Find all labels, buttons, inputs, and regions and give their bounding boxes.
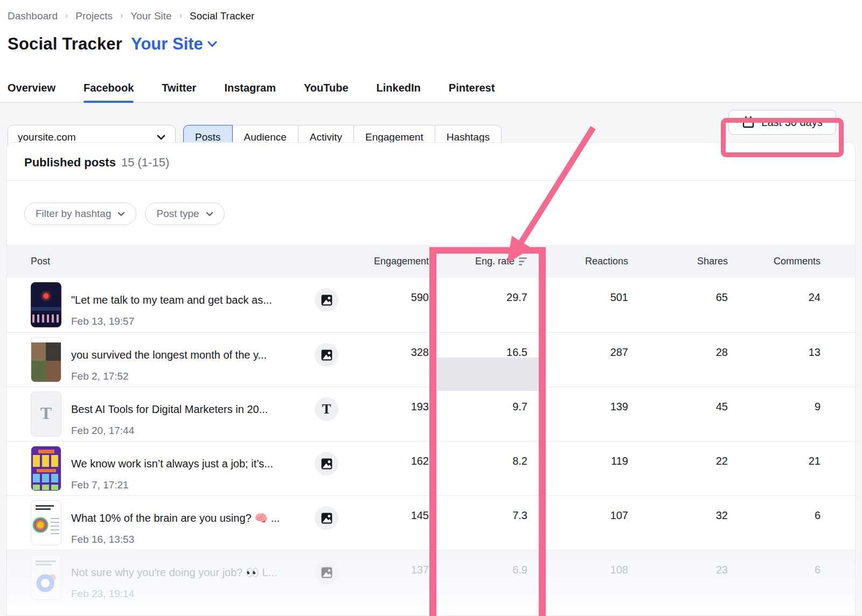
page-title: Social Tracker	[8, 34, 122, 54]
post-title: Not sure why you're doing your job? 👀 L.…	[71, 566, 315, 579]
post-type-badge	[315, 506, 338, 530]
comments-value: 13	[728, 333, 821, 359]
breadcrumb-separator-icon: ›	[179, 11, 182, 20]
post-thumbnail	[31, 500, 61, 545]
post-type-badge	[315, 288, 338, 312]
post-type-label: Post type	[156, 208, 199, 220]
post-cell: "Let me talk to my team and get back as.…	[24, 278, 347, 327]
breadcrumb-separator-icon: ›	[120, 11, 123, 20]
comments-value: 6	[728, 550, 821, 576]
breadcrumb-social-tracker: Social Tracker	[190, 10, 254, 22]
post-thumbnail	[31, 446, 61, 491]
shares-value: 23	[628, 550, 728, 576]
eng-rate-value: 29.7	[429, 278, 527, 304]
post-date: Feb 7, 17:21	[71, 479, 338, 491]
sort-descending-icon	[519, 257, 527, 265]
post-cell: T Best AI Tools for Digital Marketers in…	[24, 387, 347, 437]
shares-value: 22	[628, 442, 728, 467]
tab-instagram[interactable]: Instagram	[224, 78, 276, 102]
filter-by-hashtag-dropdown[interactable]: Filter by hashtag	[24, 202, 136, 225]
engagement-value: 193	[347, 387, 429, 413]
breadcrumb: Dashboard › Projects › Your Site › Socia…	[0, 8, 862, 25]
engagement-value: 137	[347, 550, 429, 576]
post-cell: What 10% of the brain are you using? 🧠 .…	[24, 496, 347, 545]
published-posts-card: Published posts 15 (1-15) Filter by hash…	[6, 142, 856, 616]
post-cell: you survived the longest month of the y.…	[24, 333, 347, 382]
engagement-value: 162	[347, 442, 429, 467]
post-type-badge	[315, 343, 338, 367]
table-row[interactable]: "Let me talk to my team and get back as.…	[7, 278, 855, 332]
filter-by-hashtag-label: Filter by hashtag	[36, 208, 111, 220]
published-posts-count: 15 (1-15)	[121, 156, 169, 170]
table-body: "Let me talk to my team and get back as.…	[7, 278, 855, 604]
post-thumbnail	[31, 555, 61, 600]
site-selector-label: Your Site	[131, 34, 203, 54]
post-type-badge: T	[315, 397, 338, 421]
site-selector-dropdown[interactable]: Your Site	[131, 34, 217, 54]
table-header: Post Engagement Eng. rate Reactions Shar…	[7, 244, 855, 278]
eng-rate-value: 16.5	[429, 333, 527, 359]
eng-rate-value: 6.9	[429, 550, 527, 576]
content-zone: yoursite.com Posts Audience Activity Eng…	[0, 103, 862, 616]
reactions-value: 119	[527, 442, 628, 467]
table-row[interactable]: T Best AI Tools for Digital Marketers in…	[7, 387, 855, 441]
post-cell: We know work isn’t always just a job; it…	[24, 442, 347, 491]
post-type-dropdown[interactable]: Post type	[145, 202, 224, 225]
comments-value: 6	[728, 496, 821, 522]
eng-rate-value: 8.2	[429, 442, 527, 467]
reactions-value: 108	[527, 550, 628, 576]
post-date: Feb 16, 13:53	[71, 534, 338, 545]
post-title: We know work isn’t always just a job; it…	[71, 458, 315, 470]
post-thumbnail: T	[31, 391, 61, 437]
post-date: Feb 23, 19:14	[71, 588, 338, 600]
comments-value: 24	[728, 278, 821, 304]
reactions-value: 287	[527, 333, 628, 359]
reactions-value: 501	[527, 278, 628, 304]
tab-twitter[interactable]: Twitter	[162, 78, 196, 102]
column-header-comments[interactable]: Comments	[728, 256, 821, 267]
tab-youtube[interactable]: YouTube	[304, 78, 349, 102]
eng-rate-value: 9.7	[429, 387, 527, 413]
site-domain-value: yoursite.com	[18, 131, 76, 143]
photo-icon	[320, 293, 333, 307]
breadcrumb-projects[interactable]: Projects	[75, 10, 113, 22]
column-header-engagement[interactable]: Engagement	[347, 256, 429, 267]
calendar-icon	[742, 116, 755, 129]
tab-linkedin[interactable]: LinkedIn	[377, 78, 421, 102]
column-header-post[interactable]: Post	[24, 256, 347, 267]
engagement-value: 145	[347, 496, 429, 522]
tab-overview[interactable]: Overview	[8, 78, 55, 102]
filters-row: Filter by hashtag Post type	[7, 181, 855, 244]
comments-value: 21	[728, 442, 821, 467]
chevron-down-icon	[157, 135, 165, 140]
top-zone: Dashboard › Projects › Your Site › Socia…	[0, 0, 862, 103]
date-range-button[interactable]: Last 30 days	[728, 110, 836, 135]
shares-value: 32	[628, 496, 728, 522]
post-thumbnail	[31, 337, 61, 382]
tab-facebook[interactable]: Facebook	[84, 78, 134, 102]
post-title: you survived the longest month of the y.…	[71, 349, 315, 361]
table-row[interactable]: What 10% of the brain are you using? 🧠 .…	[7, 495, 855, 550]
post-title: "Let me talk to my team and get back as.…	[71, 294, 315, 306]
table-row[interactable]: Not sure why you're doing your job? 👀 L.…	[7, 550, 855, 604]
engagement-value: 590	[347, 278, 429, 304]
breadcrumb-your-site[interactable]: Your Site	[130, 10, 171, 22]
comments-value: 9	[728, 387, 821, 413]
channel-tabs: Overview Facebook Twitter Instagram YouT…	[0, 78, 862, 103]
post-title: What 10% of the brain are you using? 🧠 .…	[71, 512, 315, 524]
post-title: Best AI Tools for Digital Marketers in 2…	[71, 403, 315, 416]
table-row[interactable]: you survived the longest month of the y.…	[7, 332, 855, 387]
post-date: Feb 2, 17:52	[71, 370, 338, 382]
breadcrumb-dashboard[interactable]: Dashboard	[8, 10, 58, 22]
reactions-value: 139	[527, 387, 628, 413]
breadcrumb-separator-icon: ›	[65, 11, 68, 20]
table-row[interactable]: We know work isn’t always just a job; it…	[7, 441, 855, 495]
chevron-down-icon	[207, 41, 217, 47]
post-type-badge	[315, 452, 338, 475]
post-type-badge	[315, 561, 338, 584]
column-header-eng-rate[interactable]: Eng. rate	[429, 256, 527, 267]
column-header-reactions[interactable]: Reactions	[527, 256, 628, 267]
tab-pinterest[interactable]: Pinterest	[449, 78, 495, 102]
column-header-shares[interactable]: Shares	[628, 256, 728, 267]
photo-icon	[320, 512, 333, 525]
